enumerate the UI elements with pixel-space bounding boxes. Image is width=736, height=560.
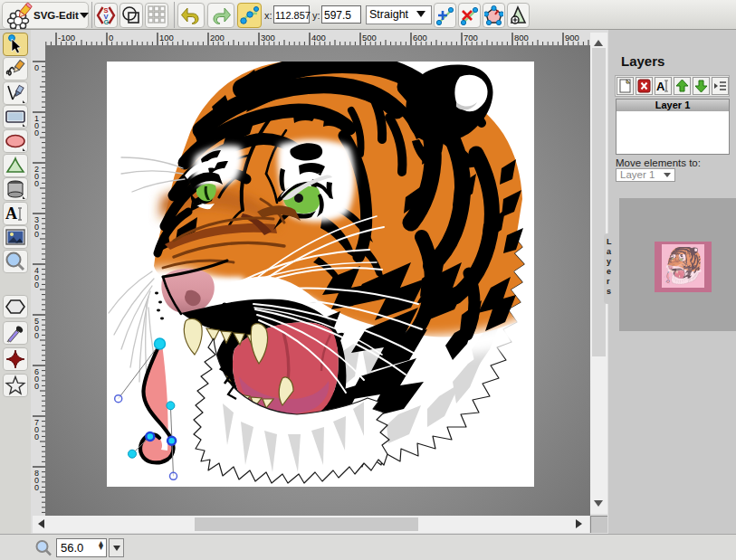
svg-text:G: G — [104, 18, 110, 26]
svg-text:400: 400 — [311, 33, 326, 43]
svg-text:500: 500 — [362, 33, 377, 43]
svg-text:0: 0 — [34, 331, 39, 340]
svg-text:900: 900 — [565, 33, 579, 43]
svg-text:600: 600 — [413, 33, 427, 43]
svg-text:0: 0 — [34, 63, 39, 72]
svg-text:0: 0 — [34, 382, 39, 391]
svg-text:0: 0 — [34, 432, 39, 441]
svg-text:A: A — [5, 204, 17, 223]
svg-text:0: 0 — [34, 230, 39, 239]
svg-text:0: 0 — [34, 179, 39, 188]
svg-text:300: 300 — [261, 33, 275, 43]
svg-text:-100: -100 — [58, 33, 75, 43]
svg-text:0: 0 — [34, 128, 39, 138]
svg-text:800: 800 — [514, 33, 529, 43]
svg-text:100: 100 — [159, 33, 174, 43]
svg-text:0: 0 — [109, 33, 113, 43]
svg-text:A: A — [656, 80, 665, 93]
svg-text:700: 700 — [464, 33, 478, 43]
svg-text:0: 0 — [34, 483, 39, 492]
svg-text:200: 200 — [210, 33, 225, 43]
svg-text:0: 0 — [34, 280, 39, 289]
